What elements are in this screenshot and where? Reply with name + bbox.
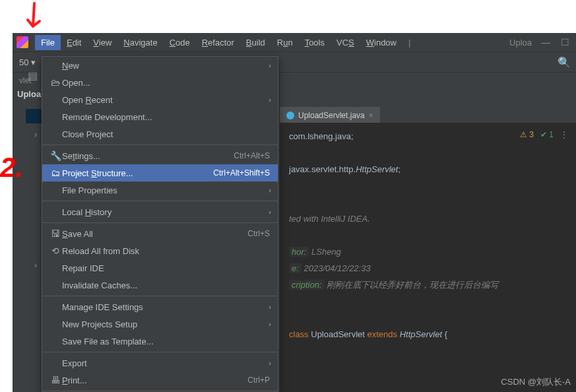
menu-open-recent[interactable]: Open Recent› [42, 91, 278, 108]
class-icon [286, 112, 294, 119]
menu-code[interactable]: Code [164, 35, 196, 50]
structure-icon: 🗂 [49, 168, 62, 178]
menu-file[interactable]: File [35, 35, 61, 50]
ide-window: File Edit View Navigate Code Refactor Bu… [13, 33, 576, 392]
menu-edit[interactable]: Edit [61, 35, 87, 50]
chevron-right-icon: › [269, 303, 271, 311]
menu-close-project[interactable]: Close Project [42, 125, 278, 143]
chevron-right-icon: › [269, 61, 271, 69]
wrench-icon: 🔧 [49, 150, 62, 161]
editor-tab-label: UploadServlet.java [298, 111, 365, 120]
chevron-right-icon: › [269, 320, 271, 328]
menu-window[interactable]: Window [360, 35, 402, 50]
file-menu-dropdown: New› 🗁Open... Open Recent› Remote Develo… [42, 56, 278, 392]
chevron-right-icon: › [269, 208, 271, 216]
editor-area: UploadServlet.java × ⚠ 3 ✔ 1 ⋮ com.lshen… [280, 104, 576, 392]
search-icon[interactable]: 🔍 [558, 56, 569, 69]
ok-badge[interactable]: ✔ 1 [540, 127, 554, 143]
print-icon: 🖶 [49, 375, 62, 385]
menu-new-projects[interactable]: New Projects Setup› [42, 315, 278, 333]
sidebar-expand-2-icon[interactable]: › [34, 260, 37, 270]
menu-project-structure[interactable]: 🗂Project Structure...Ctrl+Alt+Shift+S [42, 164, 278, 181]
editor-tab-uploadservlet[interactable]: UploadServlet.java × [280, 107, 380, 123]
menu-build[interactable]: Build [240, 35, 271, 50]
menu-run[interactable]: Run [271, 35, 299, 50]
menu-open[interactable]: 🗁Open... [42, 74, 278, 91]
maximize-icon[interactable]: ☐ [561, 37, 569, 48]
menu-reload[interactable]: ⟲Reload All from Disk [42, 242, 278, 259]
chevron-right-icon: › [269, 186, 271, 194]
code-editor[interactable]: ⚠ 3 ✔ 1 ⋮ com.lsheng.java; javax.servlet… [280, 123, 576, 348]
warning-badge[interactable]: ⚠ 3 [520, 127, 534, 143]
menu-view[interactable]: View [87, 35, 117, 50]
menu-settings[interactable]: 🔧Settings...Ctrl+Alt+S [42, 147, 278, 164]
menu-manage-ide[interactable]: Manage IDE Settings› [42, 298, 278, 315]
menu-tools[interactable]: Tools [299, 35, 331, 50]
folder-icon: 🗁 [49, 77, 62, 88]
save-icon: 🖫 [49, 228, 62, 239]
app-logo-icon [16, 36, 28, 48]
menu-vcs[interactable]: VCS [331, 35, 360, 50]
project-label: Uploa [17, 89, 41, 99]
menu-separator [42, 201, 278, 201]
zoom-text[interactable]: 50 ▾ [19, 57, 36, 67]
menu-separator [42, 222, 278, 223]
menu-export[interactable]: Export› [42, 354, 278, 372]
menu-separator [42, 352, 278, 352]
menu-invalidate[interactable]: Invalidate Caches... [42, 277, 278, 294]
sidebar-expand-1-icon[interactable]: › [34, 129, 37, 139]
menu-repair[interactable]: Repair IDE [42, 259, 278, 277]
menu-remote-dev[interactable]: Remote Development... [42, 108, 278, 125]
menu-file-properties[interactable]: File Properties› [42, 181, 278, 199]
run-config-name: Uploa [509, 38, 532, 48]
menu-separator [42, 391, 278, 391]
menu-separator [42, 296, 278, 296]
chevron-right-icon: › [269, 96, 271, 104]
menu-new[interactable]: New› [42, 57, 278, 74]
ellipsis-icon[interactable]: ⋮ [560, 127, 568, 143]
reload-icon: ⟲ [49, 245, 62, 256]
watermark: CSDN @刘队长-A [501, 376, 571, 388]
menu-save-all[interactable]: 🖫Save AllCtrl+S [42, 225, 278, 242]
menu-navigate[interactable]: Navigate [117, 35, 163, 50]
chevron-right-icon: › [269, 359, 271, 367]
close-tab-icon[interactable]: × [369, 111, 373, 120]
editor-tabs: UploadServlet.java × [280, 104, 576, 123]
menu-separator [42, 145, 278, 145]
menu-print[interactable]: 🖶Print...Ctrl+P [42, 372, 278, 389]
menu-refactor[interactable]: Refactor [196, 35, 240, 50]
menu-more[interactable]: | [402, 35, 416, 50]
menubar: File Edit View Navigate Code Refactor Bu… [13, 33, 576, 51]
menu-save-template[interactable]: Save File as Template... [42, 333, 278, 350]
minimize-icon[interactable]: — [541, 37, 550, 48]
menu-local-history[interactable]: Local History› [42, 203, 278, 220]
